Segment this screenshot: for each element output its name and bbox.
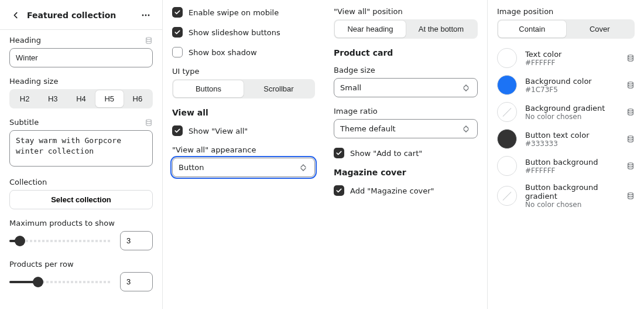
checkbox-label: Show "View all"	[189, 127, 248, 135]
add-magazine-checkbox[interactable]: Add "Magazine cover"	[334, 185, 478, 196]
checkbox-icon	[172, 27, 183, 38]
show-box-shadow-checkbox[interactable]: Show box shadow	[172, 47, 315, 57]
svg-point-8	[628, 136, 633, 138]
color-row: Background gradientNo color chosen	[497, 102, 635, 122]
svg-point-0	[142, 15, 144, 16]
subtitle-input[interactable]	[9, 130, 153, 167]
heading-size-label: Heading size	[9, 77, 58, 86]
heading-label: Heading	[9, 36, 41, 45]
select-value: Theme default	[340, 124, 396, 133]
max-products-slider[interactable]	[9, 235, 112, 247]
updown-icon	[300, 164, 309, 171]
checkbox-icon	[172, 47, 183, 57]
seg-option-h3[interactable]: H3	[39, 90, 67, 107]
enable-swipe-checkbox[interactable]: Enable swipe on mobile	[172, 7, 315, 18]
image-ratio-select[interactable]: Theme default	[334, 119, 478, 138]
show-add-to-cart-checkbox[interactable]: Show "Add to cart"	[334, 148, 478, 158]
select-value: Small	[340, 83, 361, 92]
heading-size-seg: H2H3H4H5H6	[9, 89, 153, 108]
color-value: No color chosen	[525, 201, 610, 209]
seg-option-h2[interactable]: H2	[11, 90, 39, 107]
select-value: Button	[179, 163, 204, 172]
seg-option-cover[interactable]: Cover	[566, 21, 634, 38]
color-swatch[interactable]	[497, 102, 517, 122]
db-icon[interactable]	[626, 54, 635, 62]
checkbox-label: Show "Add to cart"	[350, 149, 422, 158]
image-ratio-label: Image ratio	[334, 107, 378, 116]
color-value: #1C73F5	[525, 86, 592, 94]
per-row-input[interactable]	[120, 272, 153, 291]
db-icon[interactable]	[626, 108, 635, 116]
updown-icon	[463, 84, 471, 91]
view-all-section-title: View all	[172, 108, 315, 117]
color-label: Button background	[525, 158, 598, 167]
color-label: Background color	[525, 77, 592, 86]
ui-type-seg: ButtonsScrollbar	[172, 79, 315, 99]
db-icon[interactable]	[626, 162, 635, 170]
seg-option-scrollbar[interactable]: Scrollbar	[244, 80, 314, 97]
svg-point-7	[628, 109, 633, 111]
checkbox-label: Enable swipe on mobile	[189, 8, 279, 17]
view-all-position-seg: Near headingAt the bottom	[334, 19, 478, 39]
per-row-label: Products per row	[9, 260, 74, 269]
view-all-position-label: "View all" position	[334, 7, 403, 16]
seg-option-at-the-bottom[interactable]: At the bottom	[406, 21, 477, 38]
svg-point-1	[145, 15, 147, 16]
color-swatch[interactable]	[497, 75, 517, 95]
back-button[interactable]	[9, 9, 22, 22]
seg-option-buttons[interactable]: Buttons	[173, 80, 244, 97]
max-products-label: Maximum products to show	[9, 219, 115, 227]
subtitle-label: Subtitle	[9, 118, 39, 127]
per-row-slider[interactable]	[9, 276, 112, 288]
more-button[interactable]	[139, 8, 153, 22]
select-collection-button[interactable]: Select collection	[9, 190, 153, 209]
db-icon[interactable]	[626, 135, 635, 143]
svg-point-4	[146, 119, 152, 121]
color-swatch[interactable]	[497, 156, 517, 176]
updown-icon	[463, 125, 471, 133]
show-view-all-checkbox[interactable]: Show "View all"	[172, 125, 315, 136]
color-swatch[interactable]	[497, 129, 517, 149]
color-swatch[interactable]	[497, 186, 517, 206]
svg-point-6	[628, 82, 633, 84]
svg-point-10	[628, 193, 633, 195]
svg-point-5	[628, 55, 633, 57]
checkbox-label: Show box shadow	[189, 48, 257, 57]
color-row: Background color#1C73F5	[497, 75, 635, 95]
checkbox-icon	[334, 148, 344, 158]
product-card-section-title: Product card	[334, 48, 478, 57]
collection-label: Collection	[9, 178, 47, 186]
db-icon[interactable]	[626, 81, 635, 89]
ui-type-label: UI type	[172, 67, 200, 76]
color-label: Button text color	[525, 131, 589, 140]
heading-input[interactable]	[9, 48, 153, 67]
seg-option-h4[interactable]: H4	[67, 90, 95, 107]
color-row: Button background#FFFFFF	[497, 156, 635, 176]
color-swatch[interactable]	[497, 48, 517, 68]
checkbox-icon	[172, 125, 183, 136]
show-slideshow-checkbox[interactable]: Show slideshow buttons	[172, 27, 315, 38]
checkbox-icon	[334, 185, 344, 196]
seg-option-near-heading[interactable]: Near heading	[335, 21, 406, 38]
db-icon[interactable]	[145, 118, 153, 127]
db-icon[interactable]	[145, 36, 153, 45]
color-value: #333333	[525, 140, 589, 148]
badge-size-select[interactable]: Small	[334, 78, 478, 97]
color-row: Button background gradientNo color chose…	[497, 183, 635, 209]
image-position-seg: ContainCover	[497, 19, 635, 39]
seg-option-h6[interactable]: H6	[124, 90, 152, 107]
max-products-input[interactable]	[120, 231, 153, 250]
checkbox-label: Add "Magazine cover"	[350, 186, 434, 195]
seg-option-h5[interactable]: H5	[95, 90, 124, 107]
color-value: #FFFFFF	[525, 167, 598, 175]
svg-point-3	[146, 37, 152, 39]
seg-option-contain[interactable]: Contain	[498, 21, 566, 38]
color-label: Button background gradient	[525, 183, 610, 201]
db-icon[interactable]	[626, 192, 635, 200]
view-all-appearance-select[interactable]: Button	[172, 158, 315, 177]
color-row: Button text color#333333	[497, 129, 635, 149]
color-value: No color chosen	[525, 113, 605, 121]
magazine-section-title: Magazine cover	[334, 168, 478, 177]
color-label: Text color	[525, 50, 561, 59]
checkbox-icon	[172, 7, 183, 18]
